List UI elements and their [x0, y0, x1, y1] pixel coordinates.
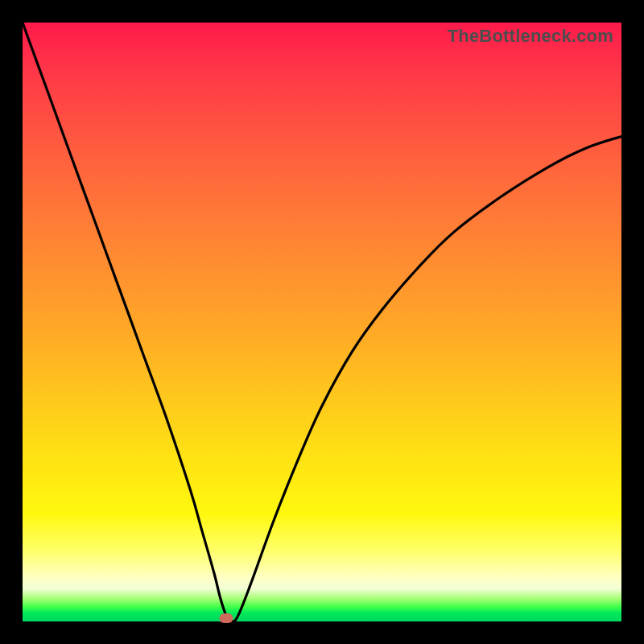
plot-area: TheBottleneck.com [23, 23, 621, 621]
bottleneck-curve [23, 23, 621, 621]
minimum-marker [219, 613, 233, 623]
chart-frame: TheBottleneck.com [0, 0, 644, 644]
